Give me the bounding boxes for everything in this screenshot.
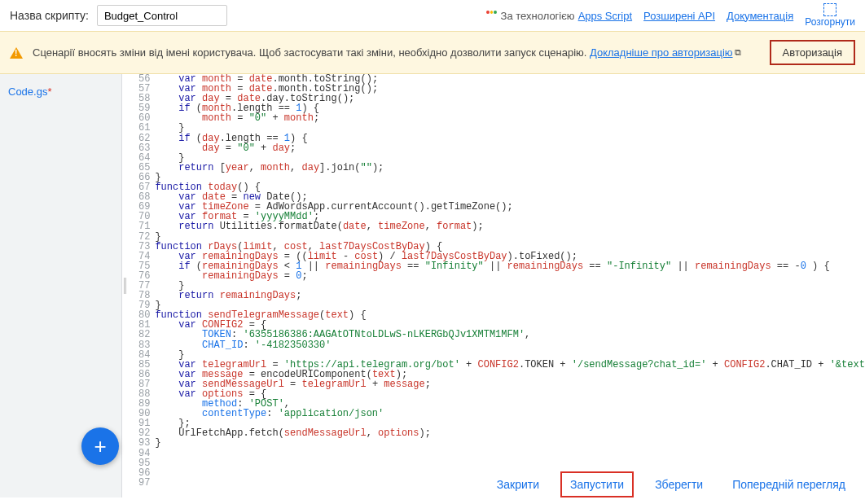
close-button[interactable]: Закрити [489, 473, 547, 496]
add-fab-button[interactable]: + [81, 427, 119, 465]
warning-icon [10, 47, 23, 59]
authorization-warning-bar: Сценарії вносять зміни від імені користу… [0, 31, 865, 74]
powered-by-label: За технологією Apps Script [486, 10, 633, 22]
line-number-gutter: 5657585960616263646566676869707172737475… [127, 74, 155, 488]
authorize-button[interactable]: Авторизація [770, 40, 855, 65]
warning-text: Сценарії вносять зміни від імені користу… [33, 46, 586, 59]
code-editor[interactable]: 5657585960616263646566676869707172737475… [127, 74, 865, 497]
splitter-handle-icon [124, 278, 126, 294]
main-area: Code.gs* 5657585960616263646566676869707… [0, 74, 865, 497]
apps-script-icon [486, 10, 498, 21]
save-button[interactable]: Зберегти [647, 473, 711, 496]
code-content[interactable]: var month = date.month.toString(); var m… [155, 74, 865, 488]
expand-button[interactable]: Розгорнути [805, 3, 855, 28]
run-button[interactable]: Запустити [560, 471, 634, 497]
file-code-gs[interactable]: Code.gs* [0, 81, 121, 103]
script-name-label: Назва скрипту: [10, 9, 89, 22]
expand-icon [823, 3, 836, 16]
script-name-input[interactable] [97, 5, 227, 26]
apps-script-link[interactable]: Apps Script [578, 10, 632, 22]
advanced-api-link[interactable]: Розширені API [643, 10, 715, 22]
documentation-link[interactable]: Документація [727, 10, 793, 22]
external-link-icon: ⧉ [735, 47, 741, 58]
footer-actions: Закрити Запустити Зберегти Попередній пе… [477, 465, 865, 504]
authorization-info-link[interactable]: Докладніше про авторизацію [590, 46, 733, 59]
preview-button[interactable]: Попередній перегляд [724, 473, 854, 496]
header-bar: Назва скрипту: За технологією Apps Scrip… [0, 0, 865, 31]
